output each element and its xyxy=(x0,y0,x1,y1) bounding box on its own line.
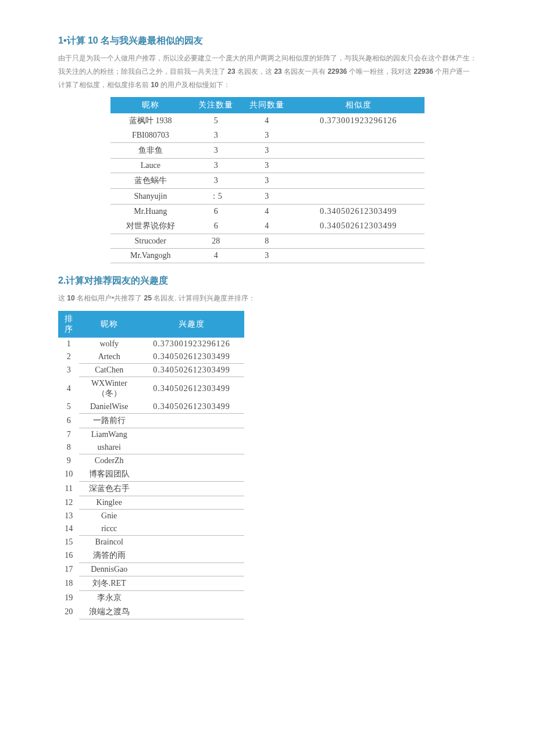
intro-text: 名园友一共有 xyxy=(282,67,328,76)
intro-text: 名园友，这 xyxy=(236,67,274,76)
table-row: 19李永京 xyxy=(58,591,244,605)
table-row: 8usharei xyxy=(58,441,244,454)
table-row: 18刘冬.RET xyxy=(58,576,244,591)
cell-name: wolfy xyxy=(79,338,139,350)
cell-interest xyxy=(139,563,244,576)
cell-similarity xyxy=(293,128,425,143)
table-row: Strucoder288 xyxy=(110,234,425,249)
cell-follow: 3 xyxy=(191,143,242,159)
cell-rank: 20 xyxy=(58,605,79,619)
intro-text: 个唯一粉丝，我对这 xyxy=(347,67,414,76)
intro-text: 的用户及相似慢如下： xyxy=(159,81,230,89)
cell-name: 浪端之渡鸟 xyxy=(79,605,139,619)
intro-num: 10 xyxy=(67,294,74,302)
cell-name: WXWinter（冬） xyxy=(79,377,139,401)
cell-common: 8 xyxy=(241,234,293,249)
table-row: 11深蓝色右手 xyxy=(58,482,244,496)
table-row: 5DanielWise0.340502612303499 xyxy=(58,400,244,414)
table-row: 1wolfy0.373001923296126 xyxy=(58,338,244,350)
cell-common: 4 xyxy=(241,205,293,219)
cell-name: 博客园团队 xyxy=(79,467,139,482)
cell-common: 4 xyxy=(241,113,293,128)
table-row: 3CatChen0.340502612303499 xyxy=(58,364,244,377)
cell-rank: 8 xyxy=(58,441,79,454)
section1-title: 1•计算 10 名与我兴趣最相似的园友 xyxy=(58,35,477,47)
cell-name: 蓝枫叶 1938 xyxy=(110,113,191,128)
cell-name: Mr.Huang xyxy=(110,205,191,219)
table-row: 9CoderZh xyxy=(58,454,244,468)
cell-name: 李永京 xyxy=(79,591,139,605)
table-row: 16滴答的雨 xyxy=(58,549,244,563)
cell-common: 3 xyxy=(241,173,293,189)
cell-rank: 6 xyxy=(58,414,79,428)
cell-common: 3 xyxy=(241,159,293,173)
cell-name: Strucoder xyxy=(110,234,191,249)
cell-name: CoderZh xyxy=(79,454,139,468)
table-row: Lauce33 xyxy=(110,159,425,173)
table-row: Mr.Huang640.340502612303499 xyxy=(110,205,425,219)
cell-interest xyxy=(139,428,244,442)
cell-name: Gnie xyxy=(79,510,139,523)
col-common: 共同数量 xyxy=(241,97,293,113)
col-follow: 关注数量 xyxy=(191,97,242,113)
cell-rank: 16 xyxy=(58,549,79,563)
cell-interest xyxy=(139,536,244,549)
table-row: Mr.Vangogh43 xyxy=(110,249,425,263)
table-row: 12Kinglee xyxy=(58,496,244,510)
table-row: 17DennisGao xyxy=(58,563,244,576)
cell-name: 鱼非鱼 xyxy=(110,143,191,159)
table-row: 7LiamWang xyxy=(58,428,244,442)
cell-rank: 18 xyxy=(58,576,79,591)
cell-rank: 15 xyxy=(58,536,79,549)
cell-name: Shanyujin xyxy=(110,189,191,205)
cell-interest xyxy=(139,591,244,605)
table-row: 蓝色蜗牛33 xyxy=(110,173,425,189)
table-row: FBI08070333 xyxy=(110,128,425,143)
cell-name: 刘冬.RET xyxy=(79,576,139,591)
cell-rank: 4 xyxy=(58,377,79,401)
cell-name: DanielWise xyxy=(79,400,139,414)
table-row: 鱼非鱼33 xyxy=(110,143,425,159)
cell-rank: 1 xyxy=(58,338,79,350)
cell-name: usharei xyxy=(79,441,139,454)
cell-interest: 0.340502612303499 xyxy=(139,400,244,414)
table-row: 15Braincol xyxy=(58,536,244,549)
cell-rank: 9 xyxy=(58,454,79,468)
cell-interest: 0.373001923296126 xyxy=(139,338,244,350)
similarity-table: 昵称 关注数量 共同数量 相似度 蓝枫叶 1938540.37300192329… xyxy=(110,97,425,263)
cell-similarity xyxy=(293,173,425,189)
cell-follow: ：5 xyxy=(191,189,242,205)
cell-follow: 4 xyxy=(191,249,242,263)
intro-text: 这 xyxy=(58,294,67,302)
col-name: 昵称 xyxy=(79,311,139,338)
cell-name: Braincol xyxy=(79,536,139,549)
table-row: 13Gnie xyxy=(58,510,244,523)
table-row: 14riccc xyxy=(58,522,244,536)
cell-follow: 3 xyxy=(191,173,242,189)
col-similarity: 相似度 xyxy=(293,97,425,113)
col-interest: 兴趣度 xyxy=(139,311,244,338)
cell-interest xyxy=(139,454,244,468)
cell-follow: 5 xyxy=(191,113,242,128)
table-row: 2Artech0.340502612303499 xyxy=(58,350,244,364)
cell-similarity xyxy=(293,234,425,249)
cell-name: riccc xyxy=(79,522,139,536)
section2-intro: 这 10 名相似用户•共推荐了 25 名园友. 计算得到兴趣度并排序： xyxy=(58,292,477,305)
cell-similarity xyxy=(293,159,425,173)
cell-interest xyxy=(139,549,244,563)
cell-rank: 7 xyxy=(58,428,79,442)
cell-name: 滴答的雨 xyxy=(79,549,139,563)
cell-interest: 0.340502612303499 xyxy=(139,350,244,364)
cell-follow: 28 xyxy=(191,234,242,249)
cell-rank: 5 xyxy=(58,400,79,414)
intro-num: 23 xyxy=(227,67,235,76)
cell-name: Lauce xyxy=(110,159,191,173)
cell-similarity: 0.340502612303499 xyxy=(293,218,425,234)
cell-common: 4 xyxy=(241,218,293,234)
intro-num: 10 xyxy=(151,81,158,89)
table-row: 4WXWinter（冬）0.340502612303499 xyxy=(58,377,244,401)
table-row: Shanyujin：53 xyxy=(110,189,425,205)
cell-interest xyxy=(139,576,244,591)
cell-interest xyxy=(139,467,244,482)
cell-name: Kinglee xyxy=(79,496,139,510)
